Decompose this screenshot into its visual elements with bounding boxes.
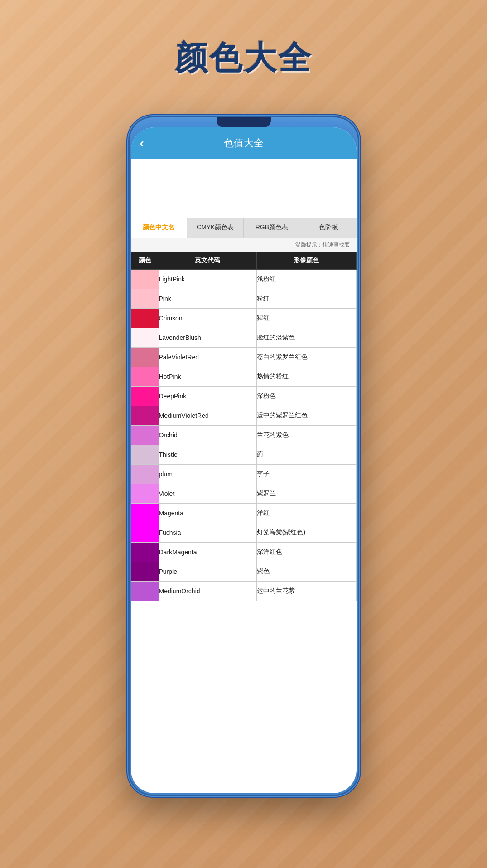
table-row[interactable]: DarkMagenta深洋红色 (131, 543, 356, 562)
color-chinese-name: 浅粉红 (256, 270, 356, 289)
color-english-name: Magenta (159, 504, 256, 523)
color-chinese-name: 粉红 (256, 289, 356, 309)
color-swatch (131, 523, 159, 542)
color-swatch (131, 348, 159, 367)
color-english-name: Thistle (159, 445, 256, 465)
color-swatch (131, 387, 159, 406)
color-chinese-name: 热情的粉红 (256, 367, 356, 387)
volume-button (128, 208, 130, 235)
color-english-name: LavenderBlush (159, 328, 256, 348)
tab-chinese-name[interactable]: 颜色中文名 (131, 218, 188, 238)
color-chinese-name: 运中的兰花紫 (256, 582, 356, 601)
color-swatch (131, 289, 159, 308)
table-row[interactable]: Pink粉红 (131, 289, 356, 309)
color-swatch (131, 504, 159, 523)
tab-gradient[interactable]: 色阶板 (300, 218, 357, 238)
color-swatch (131, 562, 159, 581)
color-chinese-name: 运中的紫罗兰红色 (256, 406, 356, 426)
color-swatch (131, 367, 159, 386)
table-row[interactable]: Thistle蓟 (131, 445, 356, 465)
color-english-name: Violet (159, 484, 256, 504)
page-title: 颜色大全 (175, 36, 313, 80)
header-title: 色值大全 (224, 136, 264, 150)
table-row[interactable]: MediumOrchid运中的兰花紫 (131, 582, 356, 601)
color-english-name: DeepPink (159, 387, 256, 406)
color-english-name: MediumVioletRed (159, 406, 256, 426)
color-table-wrapper: 颜色 英文代码 形像颜色 LightPink浅粉红Pink粉红Crimson猩红… (131, 252, 357, 793)
col-header-color: 颜色 (131, 252, 159, 270)
power-button (358, 199, 359, 235)
color-swatch (131, 465, 159, 484)
color-chinese-name: 蓟 (256, 445, 356, 465)
color-english-name: Fuchsia (159, 523, 256, 543)
color-swatch-cell (131, 406, 159, 426)
tab-rgb[interactable]: RGB颜色表 (244, 218, 300, 238)
color-english-name: plum (159, 465, 256, 484)
app-screen: ‹ 色值大全 颜色中文名 CMYK颜色表 RGB颜色表 色阶板 温馨提示：快速查… (131, 127, 357, 793)
color-swatch (131, 309, 159, 328)
table-row[interactable]: Violet紫罗兰 (131, 484, 356, 504)
color-english-name: Crimson (159, 309, 256, 328)
color-swatch-cell (131, 328, 159, 348)
color-chinese-name: 李子 (256, 465, 356, 484)
color-english-name: DarkMagenta (159, 543, 256, 562)
table-row[interactable]: HotPink热情的粉红 (131, 367, 356, 387)
color-english-name: HotPink (159, 367, 256, 387)
col-header-chinese: 形像颜色 (256, 252, 356, 270)
phone-frame: ‹ 色值大全 颜色中文名 CMYK颜色表 RGB颜色表 色阶板 温馨提示：快速查… (128, 116, 359, 796)
table-row[interactable]: MediumVioletRed运中的紫罗兰红色 (131, 406, 356, 426)
color-english-name: LightPink (159, 270, 256, 289)
color-swatch-cell (131, 484, 159, 504)
table-row[interactable]: plum李子 (131, 465, 356, 484)
color-swatch-cell (131, 582, 159, 601)
color-english-name: Orchid (159, 426, 256, 445)
table-row[interactable]: PaleVioletRed苍白的紫罗兰红色 (131, 348, 356, 367)
color-swatch-cell (131, 367, 159, 387)
color-english-name: PaleVioletRed (159, 348, 256, 367)
banner-area (131, 159, 357, 218)
col-header-name: 英文代码 (159, 252, 256, 270)
color-chinese-name: 深洋红色 (256, 543, 356, 562)
table-row[interactable]: Fuchsia灯笼海棠(紫红色) (131, 523, 356, 543)
color-chinese-name: 灯笼海棠(紫红色) (256, 523, 356, 543)
color-swatch (131, 270, 159, 289)
tab-cmyk[interactable]: CMYK颜色表 (187, 218, 244, 238)
color-swatch-cell (131, 562, 159, 582)
color-chinese-name: 猩红 (256, 309, 356, 328)
color-swatch (131, 406, 159, 425)
phone-notch (217, 117, 271, 127)
color-chinese-name: 洋红 (256, 504, 356, 523)
table-row[interactable]: Magenta洋红 (131, 504, 356, 523)
back-button[interactable]: ‹ (140, 136, 144, 150)
table-row[interactable]: Purple紫色 (131, 562, 356, 582)
color-swatch (131, 543, 159, 562)
color-swatch-cell (131, 289, 159, 309)
color-swatch-cell (131, 348, 159, 367)
color-swatch-cell (131, 543, 159, 562)
color-swatch (131, 445, 159, 464)
color-swatch (131, 426, 159, 445)
hint-text: 温馨提示：快速查找颜 (131, 238, 357, 252)
color-swatch-cell (131, 523, 159, 543)
table-row[interactable]: Crimson猩红 (131, 309, 356, 328)
color-chinese-name: 紫罗兰 (256, 484, 356, 504)
color-swatch-cell (131, 445, 159, 465)
color-chinese-name: 脸红的淡紫色 (256, 328, 356, 348)
color-swatch-cell (131, 387, 159, 406)
table-row[interactable]: DeepPink深粉色 (131, 387, 356, 406)
color-english-name: MediumOrchid (159, 582, 256, 601)
table-row[interactable]: LightPink浅粉红 (131, 270, 356, 289)
tab-bar: 颜色中文名 CMYK颜色表 RGB颜色表 色阶板 (131, 218, 357, 238)
color-swatch (131, 582, 159, 601)
color-swatch (131, 484, 159, 503)
color-swatch-cell (131, 270, 159, 289)
color-swatch-cell (131, 465, 159, 484)
color-swatch (131, 328, 159, 347)
color-swatch-cell (131, 426, 159, 445)
table-row[interactable]: LavenderBlush脸红的淡紫色 (131, 328, 356, 348)
color-chinese-name: 兰花的紫色 (256, 426, 356, 445)
color-chinese-name: 紫色 (256, 562, 356, 582)
color-english-name: Pink (159, 289, 256, 309)
table-row[interactable]: Orchid兰花的紫色 (131, 426, 356, 445)
color-english-name: Purple (159, 562, 256, 582)
